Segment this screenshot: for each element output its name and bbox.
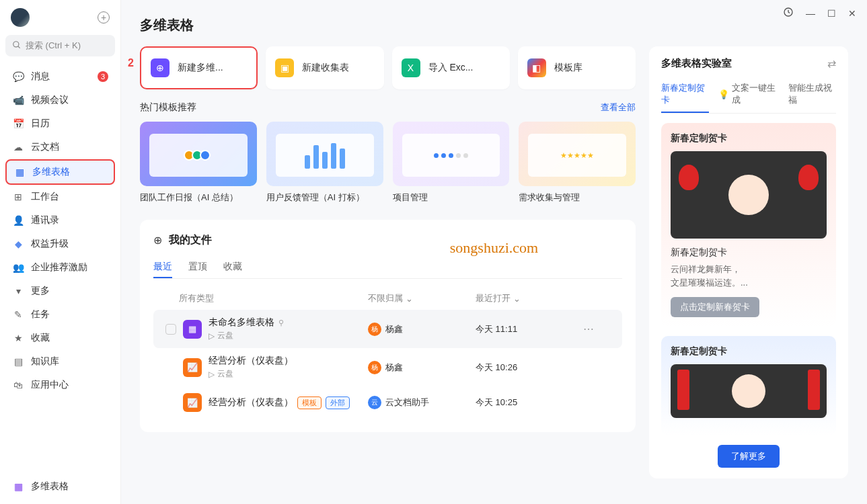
file-row[interactable]: 📈 经营分析（仪表盘） 模板 外部 云云文档助手 今天 10:25 — [153, 386, 622, 419]
tab-starred[interactable]: 收藏 — [223, 257, 242, 278]
video-icon: 📹 — [12, 94, 24, 106]
owner-avatar: 杨 — [368, 361, 381, 374]
star-icon: ★ — [12, 332, 24, 344]
book-icon: ▤ — [12, 355, 24, 368]
folder-icon: ▷ — [209, 331, 215, 341]
owner-avatar: 杨 — [368, 323, 381, 336]
owner-avatar: 云 — [368, 396, 381, 409]
sidebar-item-docs[interactable]: ☁云文档 — [5, 136, 115, 159]
people-icon: 👥 — [12, 261, 24, 274]
promo-cta-button[interactable]: 点击定制新春贺卡 — [671, 297, 759, 317]
close-button[interactable]: ✕ — [848, 8, 856, 19]
search-placeholder: 搜索 (Ctrl + K) — [26, 40, 81, 52]
view-all-link[interactable]: 查看全部 — [601, 101, 636, 114]
files-icon: ⊕ — [153, 234, 162, 247]
learn-more-button[interactable]: 了解更多 — [718, 445, 780, 468]
sidebar-item-referral[interactable]: 👥企业推荐激励 — [5, 256, 115, 279]
sidebar-item-messages[interactable]: 💬消息3 — [5, 65, 115, 88]
action-new-bitable[interactable]: ⊕新建多维... — [140, 46, 258, 89]
plus-icon: ⊕ — [151, 58, 169, 77]
form-icon: ▣ — [275, 58, 294, 77]
lab-title: 多维表格实验室 — [661, 57, 732, 70]
annotation-2: 2 — [128, 57, 134, 69]
col-scope[interactable]: 不限归属 ⌄ — [368, 292, 476, 304]
chevron-down-icon: ⌄ — [513, 294, 521, 304]
svg-point-0 — [13, 41, 19, 46]
tab-recent[interactable]: 最近 — [153, 257, 172, 278]
files-title: 我的文件 — [169, 233, 212, 247]
lab-tab-copy[interactable]: 💡文案一键生成 — [718, 79, 779, 113]
page-title: 多维表格 — [140, 16, 848, 34]
chat-icon: 💬 — [12, 71, 24, 83]
search-icon — [12, 40, 22, 52]
action-new-form[interactable]: ▣新建收集表 — [266, 46, 383, 89]
promo-image — [671, 151, 827, 239]
add-button[interactable]: + — [98, 11, 110, 24]
action-template-lib[interactable]: ◧模板库 — [518, 46, 636, 89]
sidebar-item-apps[interactable]: 🛍应用中心 — [5, 374, 115, 396]
maximize-button[interactable]: ☐ — [827, 8, 836, 19]
sidebar-item-workspace[interactable]: ⊞工作台 — [5, 185, 115, 208]
dashboard-file-icon: 📈 — [183, 358, 202, 377]
bag-icon: 🛍 — [12, 379, 24, 391]
tag-external: 外部 — [326, 396, 350, 409]
folder-icon: ▷ — [209, 370, 215, 379]
file-time: 今天 11:11 — [476, 323, 583, 335]
promo-card-2: 新春定制贺卡 — [661, 336, 836, 435]
history-icon[interactable] — [783, 7, 794, 19]
apps-icon: ⊞ — [12, 191, 24, 203]
file-row[interactable]: ▦ 未命名多维表格⚲ ▷云盘 杨杨鑫 今天 11:11 ⋯ — [153, 310, 622, 348]
main: — ☐ ✕ 多维表格 2 ⊕新建多维... ▣新建收集表 X导入 Exc... … — [121, 0, 867, 504]
sidebar: + 搜索 (Ctrl + K) 💬消息3 📹视频会议 📅日历 ☁云文档 1 ▦多… — [0, 0, 121, 504]
avatar[interactable] — [11, 8, 30, 27]
pencil-icon: ✎ — [12, 308, 24, 321]
sidebar-item-bitable[interactable]: ▦多维表格 — [5, 159, 115, 185]
pin-icon: ⚲ — [278, 319, 284, 327]
file-row[interactable]: 📈 经营分析（仪表盘） ▷云盘 杨杨鑫 今天 10:26 — [153, 348, 622, 386]
calendar-icon: 📅 — [12, 118, 24, 130]
promo-image-2 — [671, 364, 827, 418]
lab-tab-card[interactable]: 新春定制贺卡 — [661, 79, 709, 113]
sidebar-item-more[interactable]: ▾更多 — [5, 280, 115, 302]
promo-card: 新春定制贺卡 新春定制贺卡 云间祥龙舞新年，文星璀璨福运连。... 点击定制新春… — [661, 123, 836, 327]
checkbox[interactable] — [165, 324, 176, 335]
tag-template: 模板 — [297, 396, 322, 409]
minimize-button[interactable]: — — [806, 8, 815, 19]
excel-icon: X — [402, 58, 420, 77]
bulb-icon: 💡 — [718, 89, 729, 99]
template-card[interactable]: 项目管理 — [393, 122, 510, 204]
sidebar-item-video[interactable]: 📹视频会议 — [5, 89, 115, 112]
template-card[interactable]: 用户反馈管理（AI 打标） — [266, 122, 383, 204]
sidebar-item-favorites[interactable]: ★收藏 — [5, 327, 115, 349]
cloud-icon: ☁ — [12, 141, 24, 153]
action-import-excel[interactable]: X导入 Exc... — [392, 46, 510, 89]
titlebar: — ☐ ✕ — [772, 0, 867, 26]
template-card[interactable]: ★★★★★需求收集与管理 — [519, 122, 636, 204]
sidebar-item-calendar[interactable]: 📅日历 — [5, 112, 115, 135]
bitable-file-icon: ▦ — [183, 320, 202, 339]
sidebar-bottom-bitable[interactable]: ▦多维表格 — [5, 475, 115, 498]
col-type[interactable]: 所有类型 — [165, 292, 368, 304]
sidebar-item-tasks[interactable]: ✎任务 — [5, 303, 115, 326]
more-button[interactable]: ⋯ — [583, 323, 610, 335]
badge: 3 — [98, 71, 108, 82]
user-icon: 👤 — [12, 214, 24, 226]
chevron-down-icon: ⌄ — [406, 294, 413, 304]
templates-title: 热门模板推荐 — [140, 101, 196, 114]
grid-icon: ▦ — [12, 480, 24, 493]
settings-icon[interactable]: ⇄ — [827, 57, 836, 70]
chevron-down-icon: ▾ — [12, 285, 24, 297]
template-card[interactable]: 团队工作日报（AI 总结） — [140, 122, 257, 204]
lab-tab-wish[interactable]: 智能生成祝福 — [788, 79, 836, 113]
tab-pinned[interactable]: 置顶 — [188, 257, 207, 278]
file-time: 今天 10:26 — [476, 362, 583, 374]
search-input[interactable]: 搜索 (Ctrl + K) — [5, 35, 115, 56]
lab-panel: 多维表格实验室 ⇄ 新春定制贺卡 💡文案一键生成 智能生成祝福 新春定制贺卡 — [649, 46, 848, 478]
file-time: 今天 10:25 — [476, 396, 583, 409]
dashboard-file-icon: 📈 — [183, 393, 202, 412]
sidebar-item-contacts[interactable]: 👤通讯录 — [5, 209, 115, 232]
sidebar-item-wiki[interactable]: ▤知识库 — [5, 350, 115, 373]
col-opened[interactable]: 最近打开 ⌄ — [476, 292, 583, 304]
sidebar-item-upgrade[interactable]: ◆权益升级 — [5, 233, 115, 255]
files-section: ⊕ 我的文件 最近 置顶 收藏 所有类型 不限归属 ⌄ 最近打开 ⌄ — [140, 220, 636, 432]
